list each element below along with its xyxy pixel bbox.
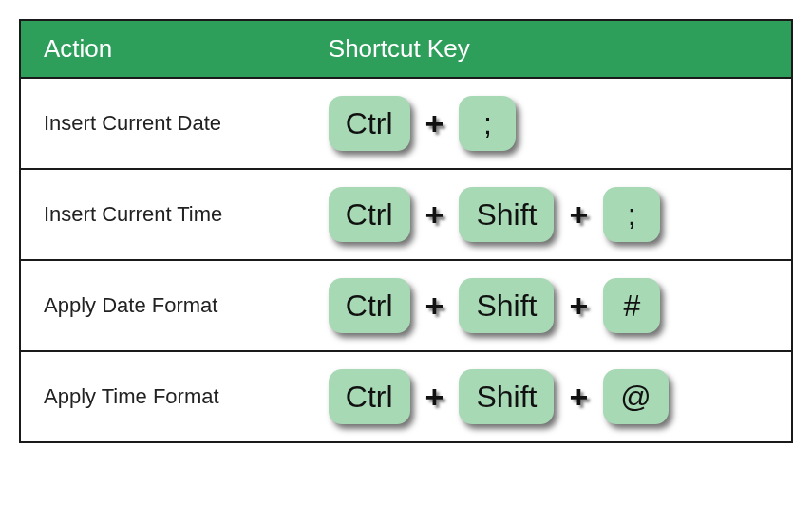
key-cap: Ctrl: [329, 278, 410, 333]
table-row: Insert Current Time Ctrl + Shift + ;: [20, 169, 792, 260]
key-sequence: Ctrl + Shift + #: [329, 278, 768, 333]
table-row: Apply Time Format Ctrl + Shift + @: [20, 351, 792, 442]
plus-icon: +: [563, 379, 594, 416]
plus-icon: +: [420, 105, 450, 142]
key-sequence: Ctrl + Shift + @: [329, 369, 768, 424]
action-cell: Insert Current Date: [20, 78, 306, 169]
key-cap: ;: [603, 187, 660, 242]
key-cap: Ctrl: [329, 187, 410, 242]
key-sequence: Ctrl + ;: [329, 96, 768, 151]
action-cell: Insert Current Time: [20, 169, 306, 260]
table-header-row: Action Shortcut Key: [20, 20, 792, 78]
key-cap: ;: [459, 96, 516, 151]
key-cap: @: [603, 369, 668, 424]
table-row: Insert Current Date Ctrl + ;: [20, 78, 792, 169]
shortcut-cell: Ctrl + Shift + @: [306, 351, 792, 442]
key-cap: Shift: [459, 187, 554, 242]
plus-icon: +: [420, 196, 450, 233]
plus-icon: +: [420, 379, 450, 416]
key-cap: Ctrl: [329, 96, 410, 151]
key-cap: Shift: [459, 369, 554, 424]
shortcut-cell: Ctrl + Shift + ;: [306, 169, 792, 260]
shortcut-cell: Ctrl + ;: [306, 78, 792, 169]
shortcut-table: Action Shortcut Key Insert Current Date …: [19, 19, 793, 443]
plus-icon: +: [563, 196, 594, 233]
key-cap: Shift: [459, 278, 554, 333]
shortcut-cell: Ctrl + Shift + #: [306, 260, 792, 351]
table-row: Apply Date Format Ctrl + Shift + #: [20, 260, 792, 351]
header-shortcut: Shortcut Key: [306, 20, 792, 78]
plus-icon: +: [563, 288, 594, 325]
header-action: Action: [20, 20, 306, 78]
key-cap: Ctrl: [329, 369, 410, 424]
key-sequence: Ctrl + Shift + ;: [329, 187, 768, 242]
action-cell: Apply Time Format: [20, 351, 306, 442]
key-cap: #: [603, 278, 660, 333]
plus-icon: +: [420, 288, 450, 325]
action-cell: Apply Date Format: [20, 260, 306, 351]
